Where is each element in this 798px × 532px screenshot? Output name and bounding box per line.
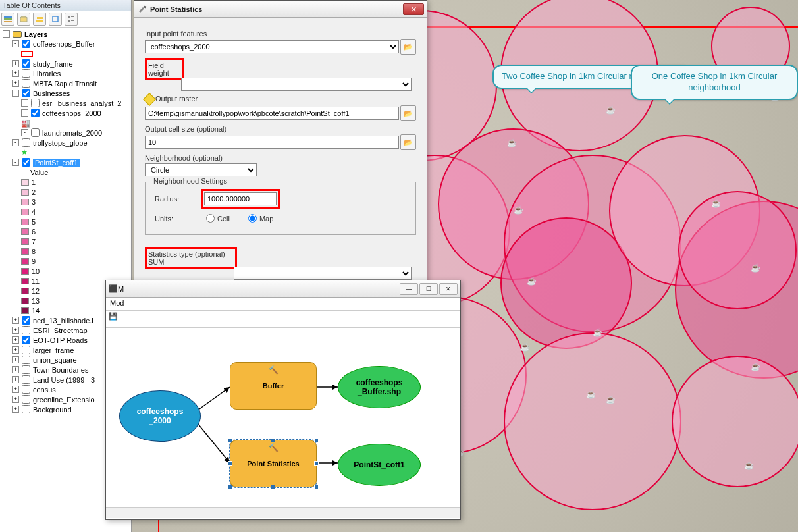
layer-visibility-checkbox[interactable] [22,346,30,354]
model-toolbar[interactable]: 💾 [106,311,460,328]
expander-icon[interactable]: + [12,386,19,393]
list-by-drawing-order-button[interactable] [1,13,14,26]
layer-visibility-checkbox[interactable] [22,89,30,97]
layer-visibility-checkbox[interactable] [22,138,30,147]
layer-row[interactable]: -coffeeshops_Buffer [3,39,128,49]
browse-output-button[interactable]: 📂 [400,105,416,121]
units-label: Units: [155,215,188,223]
layer-visibility-checkbox[interactable] [22,158,30,167]
layer-row[interactable]: -PointSt_coff1 [3,157,128,167]
options-button[interactable] [65,13,78,26]
layer-visibility-checkbox[interactable] [22,40,30,48]
radius-label: Radius: [155,195,188,203]
buffer-circle [672,356,798,487]
expander-icon[interactable]: + [12,406,19,413]
units-cell-radio[interactable]: Cell [206,214,230,223]
coffee-shop-icon [593,328,602,336]
field-combo[interactable] [181,78,412,91]
layer-visibility-checkbox[interactable] [22,59,30,68]
layer-visibility-checkbox[interactable] [22,395,30,404]
layer-row[interactable]: +study_frame [3,59,128,68]
expander-icon[interactable]: - [12,159,19,166]
expander-icon[interactable]: - [12,40,19,47]
expander-icon[interactable]: + [12,366,19,373]
layer-visibility-checkbox[interactable] [22,336,30,344]
browse-input-button[interactable]: 📂 [400,39,416,55]
layer-visibility-checkbox[interactable] [22,69,30,78]
model-title: M [118,285,124,293]
expander-icon[interactable]: - [21,99,28,107]
layer-visibility-checkbox[interactable] [22,326,30,334]
neighborhood-combo[interactable]: Circle [145,163,257,176]
output-node-pointst[interactable]: PointSt_coff1 [338,444,421,486]
minimize-button[interactable]: — [400,283,418,295]
svg-rect-11 [71,20,74,21]
expander-icon[interactable]: - [12,139,19,146]
expander-icon[interactable]: + [12,80,19,87]
coffee-shop-icon [586,390,595,398]
layer-visibility-checkbox[interactable] [22,405,30,413]
layer-visibility-checkbox[interactable] [22,375,30,384]
buffer-tool-node[interactable]: 🔨 Buffer [230,362,317,410]
layer-visibility-checkbox[interactable] [22,385,30,394]
layer-visibility-checkbox[interactable] [31,128,40,137]
layer-visibility-checkbox[interactable] [22,356,30,364]
expander-icon[interactable]: + [12,70,19,77]
color-swatch [21,268,29,275]
layer-row[interactable]: -coffeeshops_2000 [3,108,128,118]
expander-icon[interactable]: + [12,356,19,363]
layer-visibility-checkbox[interactable] [31,109,40,117]
expander-icon[interactable]: + [12,317,19,324]
model-canvas[interactable]: coffeeshops _2000 🔨 Buffer coffeeshops _… [106,328,460,507]
model-scrollbar[interactable] [106,507,460,518]
stats-label: Statistics type (optional) [148,250,234,258]
units-map-radio[interactable]: Map [248,214,273,223]
point-symbol-icon: ★ [21,148,28,157]
expander-icon[interactable]: - [21,109,28,117]
input-node-coffeeshops[interactable]: coffeeshops _2000 [119,390,201,442]
radius-field[interactable] [204,192,277,205]
expander-icon[interactable]: - [12,90,19,97]
dialog-titlebar[interactable]: Point Statistics ✕ [134,1,427,18]
point-symbol-icon: 🏭 [21,119,30,127]
expander-icon[interactable]: + [12,327,19,334]
layer-row[interactable]: +MBTA Rapid Transit [3,78,128,88]
output-raster-field[interactable] [145,107,399,120]
layer-row[interactable]: +Libraries [3,68,128,78]
stats-combo[interactable] [234,267,412,280]
close-button[interactable]: ✕ [403,3,424,15]
list-by-visibility-button[interactable] [33,13,46,26]
layer-visibility-checkbox[interactable] [22,79,30,88]
layer-visibility-checkbox[interactable] [22,365,30,374]
layer-row[interactable]: -laundromats_2000 [3,128,128,138]
cellsize-label: Output cell size (optional) [145,125,416,133]
layers-icon [13,31,22,38]
color-swatch [21,278,29,284]
layer-row[interactable]: -Businesses [3,88,128,98]
svg-line-13 [195,387,230,412]
input-features-combo[interactable]: coffeeshops_2000 [145,40,399,53]
browse-cellsize-button[interactable]: 📂 [400,134,416,150]
expander-icon[interactable]: + [12,336,19,344]
expander-icon[interactable]: - [3,30,10,38]
expander-icon[interactable]: + [12,376,19,383]
close-button[interactable]: ✕ [439,283,458,295]
list-by-source-button[interactable] [17,13,30,26]
expander-icon[interactable]: + [12,396,19,403]
model-titlebar[interactable]: ⬛ M — ☐ ✕ [106,280,460,298]
point-statistics-tool-node[interactable]: 🔨 Point Statistics [230,440,317,487]
layer-row[interactable]: -esri_business_analyst_2 [3,98,128,108]
maximize-button[interactable]: ☐ [419,283,438,295]
list-by-selection-button[interactable] [49,13,62,26]
expander-icon[interactable]: - [21,129,28,136]
cellsize-field[interactable] [145,136,399,149]
layer-visibility-checkbox[interactable] [22,316,30,325]
layer-row[interactable]: -trollystops_globe [3,138,128,147]
expander-icon[interactable]: + [12,60,19,67]
model-menubar[interactable]: Mod [106,298,460,311]
expander-icon[interactable]: + [12,346,19,354]
buffer-circle [678,191,797,309]
save-icon[interactable]: 💾 [109,312,118,320]
output-node-buffer[interactable]: coffeeshops _Buffer.shp [338,366,421,408]
layer-visibility-checkbox[interactable] [31,99,40,107]
